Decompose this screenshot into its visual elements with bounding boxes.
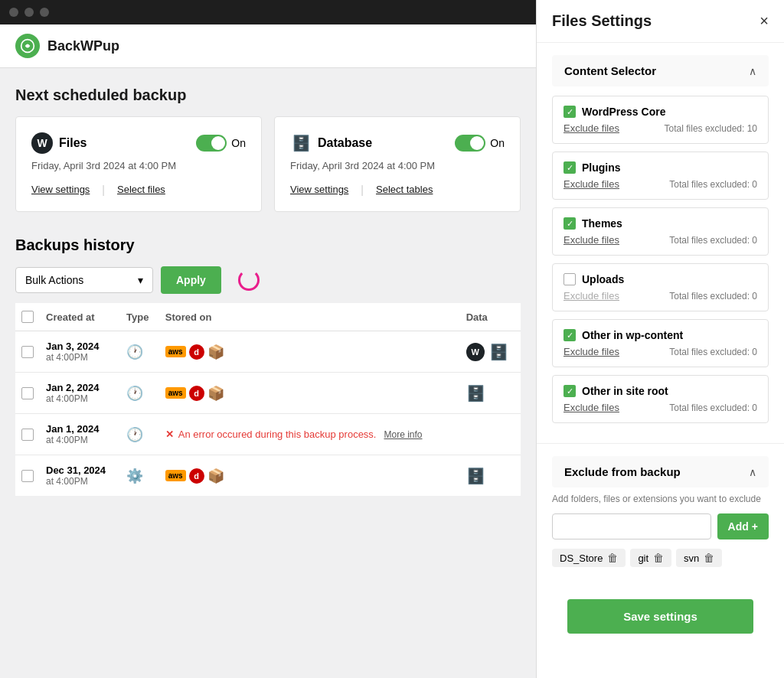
files-card-title: Files xyxy=(59,136,87,150)
files-view-settings-link[interactable]: View settings xyxy=(31,184,90,196)
app-title: BackWPup xyxy=(47,38,119,54)
row2-data: 🗄️ xyxy=(466,384,514,403)
add-exclusion-label: Add xyxy=(728,520,749,533)
bulk-actions-label: Bulk Actions xyxy=(25,274,83,286)
table-row: Jan 1, 2024 at 4:00PM 🕐 ✕ An error occur… xyxy=(15,414,521,455)
wordpress-core-footer: Exclude files Total files excluded: 10 xyxy=(564,122,757,134)
other-siteroot-exclude-link[interactable]: Exclude files xyxy=(564,402,619,413)
add-exclusion-row: Add + xyxy=(552,513,769,539)
top-bar-dot-3 xyxy=(40,8,49,17)
exclude-backup-header: Exclude from backup ∧ xyxy=(552,456,769,487)
backups-history-section: Backups history Bulk Actions ▾ Apply Cre… xyxy=(15,236,521,496)
uploads-excluded-count: Total files excluded: 0 xyxy=(669,291,757,302)
error-x-icon: ✕ xyxy=(165,429,174,440)
bulk-actions-select[interactable]: Bulk Actions ▾ xyxy=(15,267,153,293)
uploads-footer: Exclude files Total files excluded: 0 xyxy=(564,290,757,302)
col-type: Type xyxy=(120,303,159,331)
row1-storage: aws d 📦 xyxy=(165,344,454,360)
col-created-at: Created at xyxy=(40,303,120,331)
database-card-title: Database xyxy=(318,136,372,150)
wordpress-core-checkbox[interactable]: ✓ xyxy=(564,106,576,118)
files-card-date: Friday, April 3rd 2024 at 4:00 PM xyxy=(31,160,246,171)
row4-checkbox[interactable] xyxy=(21,470,34,482)
db-select-tables-link[interactable]: Select tables xyxy=(376,184,433,196)
db-toggle-label: On xyxy=(490,137,505,149)
tag-svn-remove[interactable]: 🗑 xyxy=(704,552,714,564)
themes-exclude-link[interactable]: Exclude files xyxy=(564,234,619,246)
other-wpcontent-exclude-link[interactable]: Exclude files xyxy=(564,346,619,357)
files-card: W Files On Friday, April 3rd 2024 at 4:0… xyxy=(15,116,262,212)
row1-checkbox[interactable] xyxy=(21,346,34,358)
files-card-actions: View settings | Select files xyxy=(31,184,246,196)
row4-data: 🗄️ xyxy=(466,467,514,485)
wordpress-icon: W xyxy=(31,132,53,154)
row2-date: Jan 2, 2024 xyxy=(46,382,114,393)
files-toggle-container: On xyxy=(196,135,246,152)
data-db-icon: 🗄️ xyxy=(466,384,485,403)
right-panel-header: Files Settings × xyxy=(537,0,784,43)
data-wp-icon: W xyxy=(466,343,485,361)
uploads-checkbox[interactable] xyxy=(564,273,576,285)
database-icon: 🗄️ xyxy=(290,132,312,154)
wordpress-core-exclude-link[interactable]: Exclude files xyxy=(564,122,619,134)
files-toggle-label: On xyxy=(231,137,246,149)
row2-time: at 4:00PM xyxy=(46,393,114,404)
themes-checkbox[interactable]: ✓ xyxy=(564,217,576,230)
exclude-backup-section: Exclude from backup ∧ Add folders, files… xyxy=(537,443,784,592)
row1-data: W 🗄️ xyxy=(466,343,514,361)
files-title-row: W Files xyxy=(31,132,87,154)
plugins-name: Plugins xyxy=(582,161,621,174)
plugins-footer: Exclude files Total files excluded: 0 xyxy=(564,178,757,190)
themes-header: ✓ Themes xyxy=(564,217,757,230)
other-siteroot-name: Other in site root xyxy=(582,385,668,397)
close-button[interactable]: × xyxy=(760,12,769,30)
themes-name: Themes xyxy=(582,217,622,230)
themes-footer: Exclude files Total files excluded: 0 xyxy=(564,234,757,246)
tag-ds-store-label: DS_Store xyxy=(560,553,603,564)
database-card-header: 🗄️ Database On xyxy=(290,132,505,154)
save-settings-button[interactable]: Save settings xyxy=(567,599,753,634)
app-logo xyxy=(15,34,40,58)
other-siteroot-checkbox[interactable]: ✓ xyxy=(564,385,576,397)
files-toggle[interactable] xyxy=(196,135,227,152)
row3-more-info-link[interactable]: More info xyxy=(384,429,422,440)
tag-ds-store-remove[interactable]: 🗑 xyxy=(607,552,618,564)
row2-checkbox[interactable] xyxy=(21,387,34,399)
row4-date: Dec 31, 2024 xyxy=(46,464,114,476)
dropbox-icon: 📦 xyxy=(207,344,224,360)
content-item-other-siteroot: ✓ Other in site root Exclude files Total… xyxy=(552,375,769,423)
apply-button[interactable]: Apply xyxy=(161,266,221,294)
exclude-collapse-icon[interactable]: ∧ xyxy=(749,466,756,478)
collapse-icon[interactable]: ∧ xyxy=(749,65,756,77)
add-plus-icon: + xyxy=(752,520,758,533)
plugins-exclude-link[interactable]: Exclude files xyxy=(564,178,619,190)
tag-ds-store: DS_Store 🗑 xyxy=(552,549,626,567)
row1-type-icon: 🕐 xyxy=(126,344,143,360)
content-item-uploads: Uploads Exclude files Total files exclud… xyxy=(552,263,769,311)
content-item-other-wpcontent: ✓ Other in wp-content Exclude files Tota… xyxy=(552,319,769,367)
scheduled-section-title: Next scheduled backup xyxy=(15,86,521,104)
select-all-checkbox[interactable] xyxy=(21,311,34,323)
content-selector-header: Content Selector ∧ xyxy=(552,55,769,86)
delicious-icon: d xyxy=(189,386,204,401)
row3-error: ✕ An error occured during this backup pr… xyxy=(165,429,454,440)
tag-git-remove[interactable]: 🗑 xyxy=(653,552,664,564)
other-wpcontent-checkbox[interactable]: ✓ xyxy=(564,329,576,341)
plugins-checkbox[interactable]: ✓ xyxy=(564,161,576,174)
other-siteroot-footer: Exclude files Total files excluded: 0 xyxy=(564,402,757,413)
bulk-actions-chevron: ▾ xyxy=(138,274,143,286)
row3-checkbox[interactable] xyxy=(21,429,34,441)
content-selector-section: Content Selector ∧ ✓ WordPress Core Excl… xyxy=(537,43,784,443)
db-divider: | xyxy=(361,184,364,196)
left-panel: BackWPup Next scheduled backup W Files O… xyxy=(0,0,536,678)
exclude-backup-title: Exclude from backup xyxy=(564,465,681,478)
add-exclusion-button[interactable]: Add + xyxy=(717,513,769,539)
files-select-files-link[interactable]: Select files xyxy=(117,184,165,196)
db-view-settings-link[interactable]: View settings xyxy=(290,184,348,196)
wordpress-core-name: WordPress Core xyxy=(582,106,665,118)
cards-row: W Files On Friday, April 3rd 2024 at 4:0… xyxy=(15,116,521,212)
save-btn-wrapper: Save settings xyxy=(537,592,784,649)
uploads-exclude-link[interactable]: Exclude files xyxy=(564,290,619,302)
exclusion-input[interactable] xyxy=(552,513,711,539)
db-toggle[interactable] xyxy=(455,135,485,152)
